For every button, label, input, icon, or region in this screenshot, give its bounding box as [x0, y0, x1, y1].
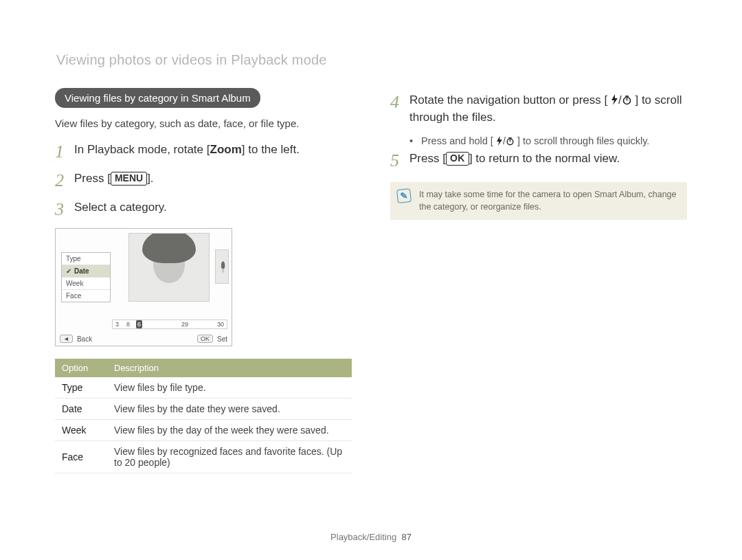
opt-face: Face: [55, 441, 107, 473]
tl-3: 29: [180, 320, 190, 328]
left-column: Viewing files by category in Smart Album…: [55, 54, 352, 473]
tl-4: 30: [216, 320, 225, 328]
menu-item-type: Type: [62, 253, 110, 265]
step-5-post: ] to return to the normal view.: [469, 152, 620, 165]
opt-type: Type: [55, 377, 107, 399]
step-5-pre: Press [: [409, 152, 446, 165]
step-number: 2: [55, 172, 74, 190]
note-icon: ✎: [396, 188, 412, 203]
section-lead: View files by category, such as date, fa…: [55, 117, 352, 129]
category-menu: Type Date Week Face: [61, 252, 111, 302]
table-row: Week View files by the day of the week t…: [55, 420, 352, 441]
flash-icon: [611, 94, 618, 105]
opt-week: Week: [55, 420, 107, 441]
step-3-text: Select a category.: [74, 199, 167, 216]
step-4-pre: Rotate the navigation button or press [: [409, 93, 607, 107]
step-number: 3: [55, 201, 74, 219]
right-column: 4 Rotate the navigation button or press …: [390, 54, 687, 473]
th-option: Option: [55, 359, 107, 377]
th-description: Description: [107, 359, 352, 377]
thumbnail-large: [128, 233, 210, 302]
timer-icon: [506, 137, 515, 146]
tl-1: 8: [125, 320, 131, 328]
footer-section: Playback/Editing: [330, 532, 396, 542]
flash-icon: [496, 136, 503, 146]
table-row: Date View files by the date they were sa…: [55, 399, 352, 420]
step-number: 5: [390, 152, 409, 170]
date-timeline: 3 8 6 29 30: [112, 320, 227, 329]
step-number: 4: [390, 93, 409, 111]
table-row: Type View files by file type.: [55, 377, 352, 399]
opt-face-desc: View files by recognized faces and favor…: [107, 441, 352, 473]
opt-date: Date: [55, 399, 107, 420]
back-label: Back: [77, 335, 92, 343]
page-footer: Playback/Editing 87: [0, 532, 742, 542]
step-1-pre: In Playback mode, rotate [: [74, 143, 210, 156]
menu-item-week: Week: [62, 278, 110, 290]
opt-date-desc: View files by the date they were saved.: [107, 399, 352, 420]
table-row: Face View files by recognized faces and …: [55, 441, 352, 473]
opt-type-desc: View files by file type.: [107, 377, 352, 399]
step-1-text: In Playback mode, rotate [Zoom] to the l…: [74, 142, 300, 159]
ok-button-label: OK: [446, 152, 469, 166]
options-table: Option Description Type View files by fi…: [55, 359, 352, 473]
opt-week-desc: View files by the day of the week they w…: [107, 420, 352, 441]
tl-2-selected: 6: [136, 320, 142, 328]
step-4-sub-pre: Press and hold [: [421, 135, 493, 146]
step-5-text: Press [OK] to return to the normal view.: [409, 150, 620, 168]
section-pill: Viewing files by category in Smart Album: [55, 88, 260, 108]
step-1-zoom: Zoom: [210, 143, 242, 156]
step-2-text: Press [MENU].: [74, 170, 154, 188]
step-4-sub: Press and hold [ / ] to scroll through f…: [409, 135, 687, 146]
step-number: 1: [55, 143, 74, 161]
step-4-sub-post: ] to scroll through files quickly.: [517, 135, 649, 146]
camera-screen-illustration: Type Date Week Face 3 8 6 29 30 ◄ Back O…: [55, 228, 232, 346]
step-1-post: ] to the left.: [242, 143, 300, 156]
tl-0: 3: [114, 320, 120, 328]
page-title: Viewing photos or videos in Playback mod…: [56, 52, 327, 68]
step-2-pre: Press [: [74, 172, 111, 185]
note-box: ✎ It may take some time for the camera t…: [390, 182, 687, 220]
step-2-post: ].: [147, 172, 153, 185]
set-label: Set: [217, 335, 227, 343]
back-chip-icon: ◄: [60, 335, 73, 343]
ok-chip: OK: [197, 335, 213, 343]
timer-icon: [622, 95, 632, 105]
menu-item-date: Date: [62, 265, 110, 278]
step-4-text: Rotate the navigation button or press [ …: [409, 92, 687, 126]
footer-page: 87: [401, 532, 411, 542]
menu-item-face: Face: [62, 290, 110, 302]
menu-button-label: MENU: [111, 172, 147, 186]
thumbnail-small: [215, 249, 229, 284]
note-text: It may take some time for the camera to …: [419, 190, 676, 212]
